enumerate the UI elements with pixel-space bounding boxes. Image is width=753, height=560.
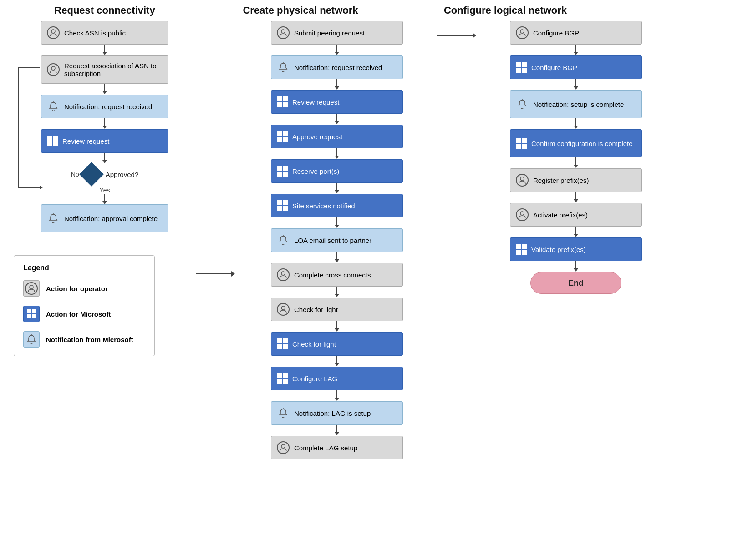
c3n5-text: Register prefix(es) [533,177,589,184]
legend-person-icon [23,280,40,297]
legend: Legend Action for operator [14,255,155,356]
col3-title: Configure logical network [444,5,567,16]
c3n7: Validate prefix(es) [510,237,642,261]
legend-notification-label: Notification from Microsoft [46,336,133,343]
person-icon [277,268,290,281]
c2n1-text: Submit peering request [294,29,365,37]
bell-icon [516,98,529,111]
person-icon [516,26,529,39]
c3n1: Configure BGP [510,21,642,45]
legend-operator-label: Action for operator [46,285,108,293]
c2n12-text: Notification: LAG is setup [294,409,371,417]
c2n8-text: Complete cross connects [294,271,371,279]
no-label: No [71,171,79,178]
c2n7-text: LOA email sent to partner [294,237,371,244]
c2n5-text: Reserve port(s) [292,167,339,175]
c3n4-text: Confirm configuration is complete [531,140,633,147]
yes-label: Yes [100,187,110,194]
c3n4: Confirm configuration is complete [510,129,642,157]
bell-icon [277,407,290,419]
c3n3-text: Notification: setup is complete [533,101,624,108]
c3n8: End [530,272,621,294]
person-icon [516,174,529,187]
person-icon [277,441,290,454]
windows-icon [277,373,288,384]
person-icon [516,208,529,221]
c2n12: Notification: LAG is setup [271,401,403,425]
c2n5: Reserve port(s) [271,159,403,183]
legend-item-notification: Notification from Microsoft [23,331,145,348]
diagram-container: Request connectivity Create physical net… [0,0,753,560]
svg-point-5 [51,66,55,70]
diamond-label: Approved? [106,171,139,178]
c3n6-text: Activate prefix(es) [533,211,588,219]
c2n13-text: Complete LAG setup [294,444,357,452]
person-icon [47,63,60,76]
c1n4-text: Review request [62,137,109,145]
windows-icon [516,138,527,149]
person-icon [277,303,290,316]
svg-point-16 [281,444,285,448]
c2n3-text: Review request [292,98,339,106]
c2n1: Submit peering request [271,21,403,45]
windows-icon [277,131,288,142]
col1-title: Request connectivity [54,5,155,16]
c3n5: Register prefix(es) [510,168,642,192]
svg-point-0 [51,30,55,33]
c2n4-text: Approve request [292,133,342,141]
windows-icon [277,338,288,349]
windows-icon [516,244,527,255]
windows-icon [277,96,288,107]
svg-point-8 [30,285,33,289]
c2n3: Review request [271,90,403,114]
svg-point-13 [281,272,285,275]
svg-point-14 [281,306,285,310]
c1n3: Notification: request received [41,95,168,118]
c1n2-text: Request association of ASN to subscripti… [64,62,163,77]
c2n10-text: Check for light [292,340,336,348]
svg-point-19 [520,177,524,181]
legend-item-operator: Action for operator [23,280,145,297]
svg-marker-4 [40,186,43,189]
svg-point-10 [281,30,285,33]
bell-icon [47,100,60,113]
legend-title: Legend [23,264,145,272]
c3n6: Activate prefix(es) [510,203,642,227]
col2-title: Create physical network [243,5,358,16]
c3n7-text: Validate prefix(es) [531,246,586,253]
bell-icon [277,61,290,74]
c2n11: Configure LAG [271,367,403,390]
c2n8: Complete cross connects [271,263,403,287]
col3: Configure BGP Configure BGP Notification… [478,21,674,294]
col2-col3-connector [437,33,478,38]
windows-icon [277,200,288,211]
c1n5: Notification: approval complete [41,204,168,232]
c1n1: Check ASN is public [41,21,168,45]
person-icon [277,26,290,39]
c3n2-text: Configure BGP [531,64,577,71]
person-icon [47,26,60,39]
feedback-arrow [14,55,41,232]
c2n11-text: Configure LAG [292,375,337,383]
c3n1-text: Configure BGP [533,29,579,37]
windows-icon [47,136,58,146]
c1n2: Request association of ASN to subscripti… [41,55,168,84]
c1n1-text: Check ASN is public [64,29,126,37]
legend-item-microsoft: Action for Microsoft [23,306,145,322]
diamond-shape [79,162,104,187]
col1: Check ASN is public [14,21,196,356]
c1n3-text: Notification: request received [64,103,152,111]
windows-icon [516,62,527,73]
c2n4: Approve request [271,125,403,148]
c2n6-text: Site services notified [292,202,355,210]
windows-icon [277,166,288,177]
c2n13: Complete LAG setup [271,436,403,459]
c3n8-text: End [568,278,584,288]
c2n6: Site services notified [271,194,403,217]
c1n5-text: Notification: approval complete [64,215,158,222]
c2n9-text: Check for light [294,306,338,313]
arrow [102,45,107,55]
bell-icon [277,234,290,247]
legend-microsoft-label: Action for Microsoft [46,310,111,318]
c3n3: Notification: setup is complete [510,90,642,118]
